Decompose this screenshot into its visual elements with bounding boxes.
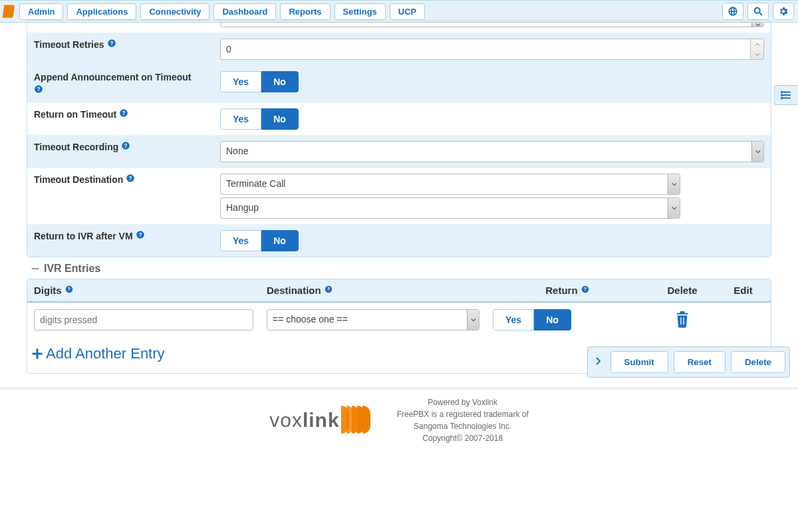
svg-line-1 (759, 13, 762, 15)
ivr-entry-row: == choose one == Yes No (27, 303, 771, 337)
help-icon[interactable]: ? (126, 174, 135, 183)
label-return-on-timeout: Return on Timeout (34, 108, 116, 122)
nav-dashboard[interactable]: Dashboard (213, 3, 276, 20)
submit-button[interactable]: Submit (610, 351, 668, 373)
plus-icon (31, 348, 43, 360)
timeout-recording-select[interactable]: None (220, 141, 764, 162)
svg-rect-28 (33, 353, 43, 355)
trash-icon[interactable] (675, 311, 690, 328)
svg-rect-20 (32, 268, 39, 269)
gear-icon[interactable] (773, 3, 794, 20)
label-return-to-ivr-after-vm: Return to IVR after VM (34, 230, 133, 243)
svg-text:?: ? (138, 232, 142, 238)
svg-text:?: ? (124, 143, 128, 149)
svg-point-7 (781, 98, 782, 99)
help-icon[interactable]: ? (65, 285, 74, 294)
top-nav: Admin Applications Connectivity Dashboar… (0, 0, 798, 23)
svg-text:?: ? (110, 41, 113, 47)
label-timeout-destination: Timeout Destination (34, 174, 123, 187)
col-header-digits: Digits (34, 285, 62, 296)
timeout-destination-value-select[interactable]: Hangup (220, 198, 680, 219)
nav-ucp[interactable]: UCP (390, 3, 425, 20)
add-entry-label: Add Another Entry (46, 345, 165, 362)
svg-text:?: ? (37, 86, 41, 92)
action-bar: Submit Reset Delete (587, 346, 791, 378)
footer-line: Copyright© 2007-2018 (397, 432, 529, 444)
timeout-retries-input[interactable] (220, 39, 751, 60)
col-header-destination: Destination (267, 285, 321, 296)
svg-point-0 (755, 8, 760, 13)
label-timeout-retries: Timeout Retries (34, 39, 104, 52)
footer-logo: voxlink (269, 406, 370, 436)
entry-return-toggle[interactable]: Yes No (493, 309, 571, 331)
search-icon[interactable] (747, 3, 769, 20)
svg-text:?: ? (68, 287, 70, 292)
toggle-no[interactable]: No (261, 230, 299, 251)
append-announcement-toggle[interactable]: Yes No (220, 71, 299, 92)
add-another-entry-button[interactable]: Add Another Entry (27, 337, 169, 373)
col-header-return: Return (545, 285, 577, 296)
toggle-yes[interactable]: Yes (220, 71, 261, 92)
toggle-no[interactable]: No (534, 309, 571, 331)
svg-text:?: ? (584, 287, 587, 292)
help-icon[interactable]: ? (324, 285, 333, 294)
nav-applications[interactable]: Applications (67, 3, 136, 20)
nav-admin[interactable]: Admin (19, 3, 63, 20)
timeout-destination-type-select[interactable]: Terminate Call (220, 174, 680, 195)
help-icon[interactable]: ? (581, 285, 590, 294)
col-header-edit: Edit (733, 285, 752, 296)
col-header-delete: Delete (667, 285, 697, 296)
svg-text:?: ? (122, 110, 126, 116)
svg-text:?: ? (129, 176, 132, 182)
page-footer: voxlink Powered by Voxlink FreePBX is a … (0, 390, 798, 511)
nav-reports[interactable]: Reports (280, 3, 330, 20)
delete-button[interactable]: Delete (731, 351, 785, 373)
help-icon[interactable]: ? (136, 230, 145, 239)
toggle-yes[interactable]: Yes (220, 230, 261, 251)
label-append-announcement: Append Announcement on Timeout (34, 72, 191, 82)
toggle-no[interactable]: No (261, 108, 299, 130)
toggle-no[interactable]: No (261, 71, 299, 92)
timeout-retries-stepper[interactable] (220, 39, 764, 60)
svg-point-6 (781, 94, 782, 96)
toggle-yes[interactable]: Yes (220, 108, 261, 130)
reset-button[interactable]: Reset (674, 351, 726, 373)
action-bar-collapse[interactable] (592, 357, 605, 367)
toggle-yes[interactable]: Yes (493, 309, 534, 331)
footer-line: Sangoma Technologies Inc. (397, 420, 529, 432)
help-icon[interactable]: ? (107, 39, 116, 48)
ivr-entries-header[interactable]: IVR Entries (27, 257, 771, 276)
side-panel-toggle[interactable] (774, 85, 798, 105)
collapse-icon (31, 264, 40, 273)
footer-line: Powered by Voxlink (397, 396, 529, 408)
footer-line: FreePBX is a registered trademark of (397, 408, 529, 420)
nav-connectivity[interactable]: Connectivity (140, 3, 209, 20)
help-icon[interactable]: ? (121, 141, 130, 150)
section-title: IVR Entries (44, 263, 100, 275)
step-up-icon[interactable] (751, 39, 763, 49)
help-icon[interactable]: ? (119, 108, 128, 118)
step-down-icon[interactable] (751, 49, 763, 59)
return-to-ivr-toggle[interactable]: Yes No (220, 230, 299, 251)
svg-text:?: ? (327, 287, 330, 292)
ivr-settings-panel: Timeout Retries ? Append Announcement on… (27, 20, 771, 257)
entry-destination-select[interactable]: == choose one == (267, 309, 479, 331)
entry-digits-input[interactable] (34, 309, 253, 331)
nav-settings[interactable]: Settings (334, 3, 386, 20)
label-timeout-recording: Timeout Recording (34, 141, 118, 154)
svg-point-5 (781, 92, 782, 93)
language-icon[interactable] (722, 3, 743, 20)
brand-logo-icon (4, 5, 14, 18)
help-icon[interactable]: ? (34, 84, 43, 94)
return-on-timeout-toggle[interactable]: Yes No (220, 108, 299, 130)
